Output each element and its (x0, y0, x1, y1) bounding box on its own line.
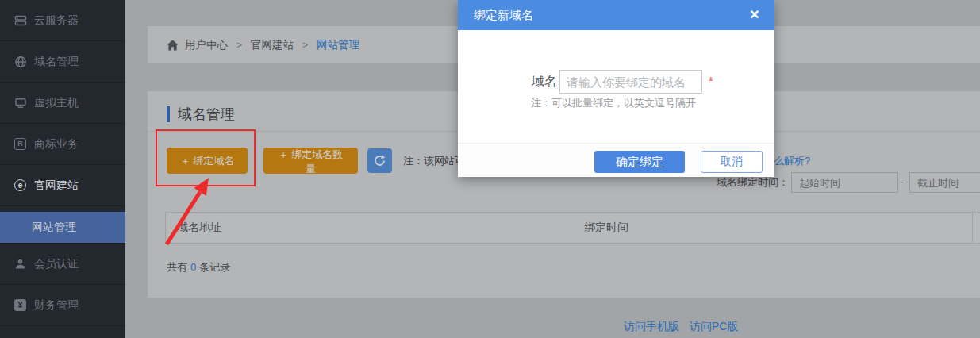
sidebar-item-label: 会员认证 (34, 257, 79, 271)
sidebar: 云服务器 域名管理 虚拟主机 R 商标业务 e 官网 (0, 0, 125, 338)
breadcrumb-current[interactable]: 网站管理 (317, 38, 359, 52)
sidebar-subitem-label: 网站管理 (32, 221, 76, 235)
record-count-text: 共有0条记录 (167, 260, 230, 275)
record-count-value: 0 (190, 261, 196, 273)
bind-new-domain-modal: 绑定新域名 × 域名 * 注：可以批量绑定，以英文逗号隔开 确定绑定 取消 (458, 0, 774, 177)
record-count-suffix: 条记录 (199, 261, 230, 273)
website-glyph: e (14, 179, 26, 191)
home-icon (167, 40, 179, 51)
sidebar-item-label: 域名管理 (34, 55, 79, 69)
sidebar-item-website-builder[interactable]: e 官网建站 (0, 165, 125, 206)
end-time-input[interactable] (909, 172, 980, 193)
sidebar-item-label: 虚拟主机 (34, 96, 79, 110)
globe-icon (13, 55, 27, 68)
modal-header: 绑定新域名 × (458, 0, 774, 30)
column-header-domain-address: 域名地址 (177, 221, 584, 235)
cancel-button[interactable]: 取消 (701, 151, 763, 173)
required-asterisk: * (709, 74, 713, 87)
member-icon (13, 257, 27, 271)
sidebar-item-virtual-host[interactable]: 虚拟主机 (0, 83, 125, 124)
breadcrumb-home[interactable]: 用户中心 (185, 38, 228, 52)
page-title: 域名管理 (178, 105, 235, 124)
domain-field-label: 域名 (532, 70, 557, 94)
sidebar-item-label: 官网建站 (34, 179, 79, 193)
footer-links: 访问手机版 访问PC版 (624, 320, 738, 334)
refresh-icon (373, 154, 386, 167)
confirm-bind-button[interactable]: 确定绑定 (594, 151, 685, 173)
column-header-bind-time: 绑定时间 (584, 221, 628, 235)
trademark-icon: R (13, 137, 27, 151)
visit-mobile-link[interactable]: 访问手机版 (624, 320, 679, 334)
modal-title: 绑定新域名 (474, 0, 533, 30)
sidebar-item-finance[interactable]: ¥ 财务管理 (0, 285, 125, 326)
website-icon: e (13, 179, 27, 192)
table-header-row: 域名地址 绑定时间 (165, 212, 980, 244)
finance-glyph: ¥ (17, 301, 22, 309)
column-separator (972, 213, 973, 243)
breadcrumb-separator: > (302, 40, 308, 51)
start-time-input[interactable] (791, 172, 898, 193)
bind-time-filter-label: 域名绑定时间： (717, 175, 789, 190)
sidebar-item-member-auth[interactable]: 会员认证 (0, 244, 125, 285)
domain-input[interactable] (559, 70, 702, 94)
close-icon[interactable]: × (744, 4, 765, 25)
visit-pc-link[interactable]: 访问PC版 (690, 320, 738, 334)
batch-bind-note: 注：可以批量绑定，以英文逗号隔开 (531, 96, 696, 110)
sidebar-item-label: 云服务器 (34, 13, 79, 28)
sidebar-item-trademark[interactable]: R 商标业务 (0, 124, 125, 165)
breadcrumb-separator: > (236, 40, 242, 51)
sidebar-item-label: 财务管理 (34, 298, 79, 313)
bind-domain-button[interactable]: ＋ 绑定域名 (167, 148, 248, 174)
refresh-button[interactable] (367, 148, 392, 173)
date-range-separator: - (901, 175, 904, 187)
host-icon (13, 96, 27, 109)
bind-domain-count-button[interactable]: ＋ 绑定域名数量 (263, 148, 358, 174)
server-icon (13, 13, 27, 27)
finance-icon: ¥ (13, 298, 27, 312)
record-count-prefix: 共有 (167, 261, 187, 273)
trademark-glyph: R (14, 138, 26, 150)
sidebar-item-domain-management[interactable]: 域名管理 (0, 41, 125, 83)
title-accent-bar (167, 106, 170, 122)
sidebar-item-label: 商标业务 (34, 137, 79, 152)
breadcrumb-section[interactable]: 官网建站 (251, 38, 294, 52)
sidebar-item-cloud-server[interactable]: 云服务器 (0, 0, 125, 41)
sidebar-subitem-site-management[interactable]: 网站管理 (0, 212, 125, 244)
